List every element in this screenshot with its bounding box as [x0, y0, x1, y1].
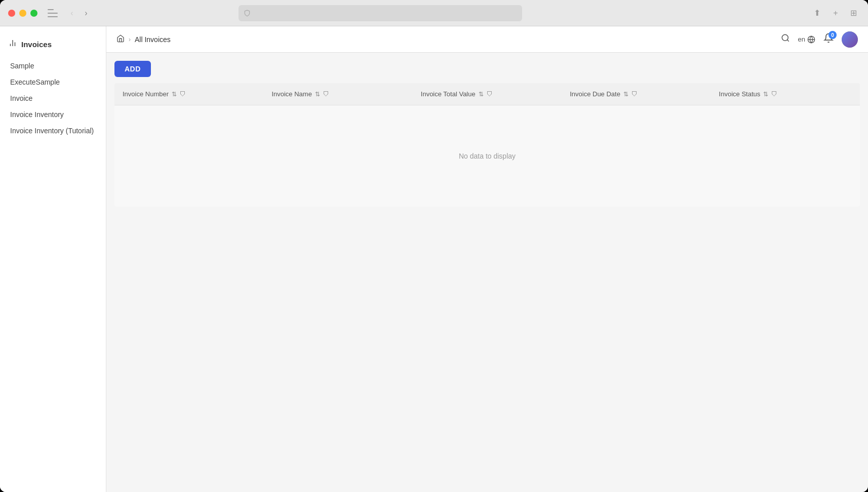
- filter-icon-invoice-due-date[interactable]: ⛉: [632, 91, 638, 98]
- sidebar-item-invoice[interactable]: Invoice: [0, 90, 106, 106]
- col-label-invoice-due-date: Invoice Due Date: [570, 90, 620, 98]
- sidebar-header: Invoices: [0, 34, 106, 58]
- content-area: ADD Invoice Number ⇅ ⛉ Invoice Name ⇅ ⛉: [106, 53, 868, 492]
- no-data-message: No data to display: [439, 132, 536, 180]
- maximize-button[interactable]: [30, 10, 37, 17]
- table-body: No data to display: [114, 105, 860, 207]
- sidebar-item-invoice-inventory-tutorial[interactable]: Invoice Inventory (Tutorial): [0, 123, 106, 139]
- col-header-invoice-due-date: Invoice Due Date ⇅ ⛉: [562, 83, 711, 105]
- search-button[interactable]: [781, 33, 790, 45]
- top-bar: › All Invoices en: [106, 26, 868, 53]
- sidebar-item-executesample[interactable]: ExecuteSample: [0, 74, 106, 90]
- breadcrumb-separator: ›: [129, 36, 131, 43]
- invoices-icon: [8, 39, 17, 50]
- back-button[interactable]: ‹: [66, 7, 78, 19]
- sidebar-toggle-button[interactable]: [48, 9, 58, 17]
- svg-point-3: [782, 34, 788, 41]
- main-content: › All Invoices en: [106, 26, 868, 492]
- filter-icon-invoice-total[interactable]: ⛉: [487, 91, 493, 98]
- col-label-invoice-total: Invoice Total Value: [421, 90, 476, 98]
- lang-text: en: [798, 35, 805, 43]
- col-header-invoice-name: Invoice Name ⇅ ⛉: [263, 83, 412, 105]
- col-header-invoice-total: Invoice Total Value ⇅ ⛉: [413, 83, 562, 105]
- home-icon[interactable]: [116, 34, 125, 45]
- shield-icon: [244, 10, 251, 17]
- sidebar: Invoices Sample ExecuteSample Invoice In…: [0, 26, 106, 492]
- sort-icon-invoice-status[interactable]: ⇅: [763, 91, 768, 98]
- filter-icon-invoice-number[interactable]: ⛉: [180, 91, 186, 98]
- sidebar-item-sample[interactable]: Sample: [0, 58, 106, 74]
- col-label-invoice-number: Invoice Number: [123, 90, 169, 98]
- language-selector[interactable]: en: [798, 35, 815, 44]
- top-bar-actions: en 0: [781, 31, 858, 48]
- notification-button[interactable]: 0: [823, 33, 834, 46]
- title-bar-right: ⬆ + ⊞: [811, 7, 860, 19]
- breadcrumb: › All Invoices: [116, 34, 171, 45]
- add-button[interactable]: ADD: [114, 61, 151, 77]
- forward-button[interactable]: ›: [80, 7, 92, 19]
- title-bar: ‹ › ⬆ + ⊞: [0, 0, 868, 26]
- sort-icon-invoice-due-date[interactable]: ⇅: [623, 91, 628, 98]
- col-header-invoice-status: Invoice Status ⇅ ⛉: [711, 83, 860, 105]
- filter-icon-invoice-name[interactable]: ⛉: [323, 91, 329, 98]
- sidebar-item-invoice-inventory[interactable]: Invoice Inventory: [0, 106, 106, 123]
- traffic-lights: [8, 10, 37, 17]
- breadcrumb-current: All Invoices: [135, 35, 171, 44]
- close-button[interactable]: [8, 10, 15, 17]
- sort-icon-invoice-number[interactable]: ⇅: [172, 91, 177, 98]
- toolbar: ADD: [114, 61, 860, 77]
- minimize-button[interactable]: [19, 10, 26, 17]
- apps-button[interactable]: ⊞: [848, 7, 860, 19]
- app-container: Invoices Sample ExecuteSample Invoice In…: [0, 26, 868, 492]
- nav-arrows: ‹ ›: [66, 7, 92, 19]
- share-button[interactable]: ⬆: [811, 7, 823, 19]
- svg-line-4: [787, 40, 788, 41]
- table-header: Invoice Number ⇅ ⛉ Invoice Name ⇅ ⛉ Invo…: [114, 83, 860, 105]
- sort-icon-invoice-total[interactable]: ⇅: [479, 91, 484, 98]
- col-label-invoice-name: Invoice Name: [271, 90, 311, 98]
- globe-icon: [807, 35, 815, 44]
- sidebar-title: Invoices: [21, 40, 52, 49]
- address-bar[interactable]: [239, 5, 522, 21]
- avatar-image: [842, 31, 858, 48]
- notification-badge: 0: [828, 31, 837, 39]
- avatar[interactable]: [842, 31, 858, 48]
- col-label-invoice-status: Invoice Status: [719, 90, 761, 98]
- sort-icon-invoice-name[interactable]: ⇅: [315, 91, 320, 98]
- new-tab-button[interactable]: +: [830, 7, 842, 19]
- col-header-invoice-number: Invoice Number ⇅ ⛉: [114, 83, 263, 105]
- data-table: Invoice Number ⇅ ⛉ Invoice Name ⇅ ⛉ Invo…: [114, 83, 860, 207]
- sidebar-nav: Sample ExecuteSample Invoice Invoice Inv…: [0, 58, 106, 139]
- filter-icon-invoice-status[interactable]: ⛉: [771, 91, 777, 98]
